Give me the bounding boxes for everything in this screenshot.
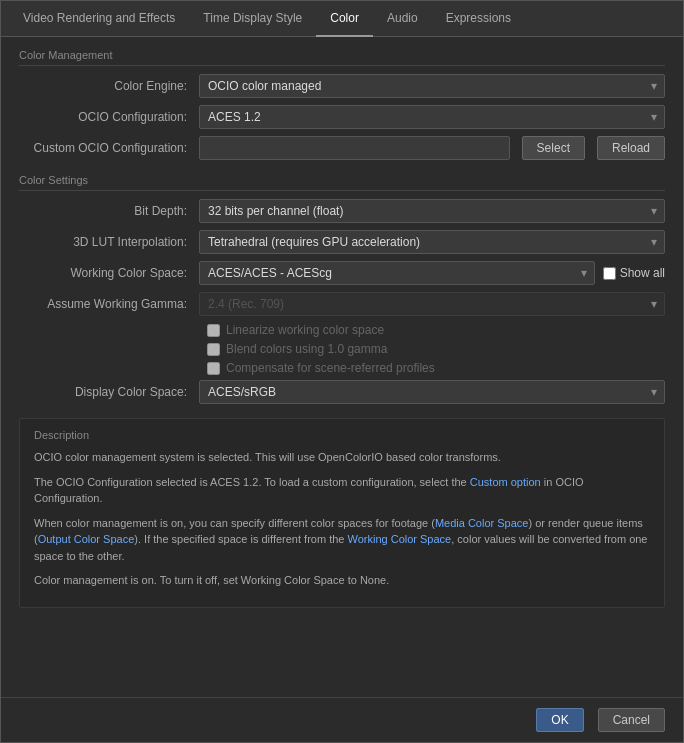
lut-dropdown[interactable]: Tetrahedral (requires GPU acceleration) — [199, 230, 665, 254]
assume-gamma-dropdown[interactable]: 2.4 (Rec. 709) — [199, 292, 665, 316]
display-cs-dropdown-wrapper: ACES/sRGB — [199, 380, 665, 404]
lut-dropdown-wrapper: Tetrahedral (requires GPU acceleration) — [199, 230, 665, 254]
description-section: Description OCIO color management system… — [19, 418, 665, 608]
working-cs-label: Working Color Space: — [19, 266, 199, 280]
ocio-config-dropdown-wrapper: ACES 1.2 — [199, 105, 665, 129]
ocio-config-label: OCIO Configuration: — [19, 110, 199, 124]
linearize-checkbox[interactable] — [207, 324, 220, 337]
bit-depth-dropdown-wrapper: 32 bits per channel (float) — [199, 199, 665, 223]
assume-gamma-dropdown-wrapper: 2.4 (Rec. 709) — [199, 292, 665, 316]
assume-gamma-label: Assume Working Gamma: — [19, 297, 199, 311]
description-para-3: When color management is on, you can spe… — [34, 515, 650, 565]
linearize-row: Linearize working color space — [19, 323, 665, 337]
lut-row: 3D LUT Interpolation: Tetrahedral (requi… — [19, 230, 665, 254]
custom-ocio-label: Custom OCIO Configuration: — [19, 141, 199, 155]
color-settings-title: Color Settings — [19, 174, 665, 191]
bit-depth-label: Bit Depth: — [19, 204, 199, 218]
tab-expressions[interactable]: Expressions — [432, 1, 525, 37]
main-content: Color Management Color Engine: OCIO colo… — [1, 37, 683, 697]
blend-label: Blend colors using 1.0 gamma — [226, 342, 387, 356]
working-cs-dropdown[interactable]: ACES/ACES - ACEScg — [199, 261, 595, 285]
reload-button[interactable]: Reload — [597, 136, 665, 160]
linearize-label: Linearize working color space — [226, 323, 384, 337]
description-para-2: The OCIO Configuration selected is ACES … — [34, 474, 650, 507]
custom-ocio-input[interactable] — [199, 136, 510, 160]
description-title: Description — [34, 429, 650, 441]
bit-depth-row: Bit Depth: 32 bits per channel (float) — [19, 199, 665, 223]
show-all-area: Show all — [603, 266, 665, 280]
ocio-config-dropdown[interactable]: ACES 1.2 — [199, 105, 665, 129]
color-management-section: Color Management Color Engine: OCIO colo… — [19, 49, 665, 160]
tab-bar: Video Rendering and Effects Time Display… — [1, 1, 683, 37]
custom-ocio-row: Custom OCIO Configuration: Select Reload — [19, 136, 665, 160]
display-cs-row: Display Color Space: ACES/sRGB — [19, 380, 665, 404]
color-engine-label: Color Engine: — [19, 79, 199, 93]
show-all-label: Show all — [620, 266, 665, 280]
compensate-checkbox[interactable] — [207, 362, 220, 375]
lut-label: 3D LUT Interpolation: — [19, 235, 199, 249]
color-settings-section: Color Settings Bit Depth: 32 bits per ch… — [19, 174, 665, 404]
tab-video-rendering[interactable]: Video Rendering and Effects — [9, 1, 189, 37]
ok-button[interactable]: OK — [536, 708, 583, 732]
display-cs-dropdown[interactable]: ACES/sRGB — [199, 380, 665, 404]
compensate-row: Compensate for scene-referred profiles — [19, 361, 665, 375]
working-cs-row: Working Color Space: ACES/ACES - ACEScg … — [19, 261, 665, 285]
custom-ocio-control: Select Reload — [199, 136, 665, 160]
color-engine-dropdown-wrapper: OCIO color managed — [199, 74, 665, 98]
working-cs-dropdown-wrapper: ACES/ACES - ACEScg — [199, 261, 595, 285]
media-color-space-highlight: Media Color Space — [435, 517, 529, 529]
color-engine-dropdown[interactable]: OCIO color managed — [199, 74, 665, 98]
tab-audio[interactable]: Audio — [373, 1, 432, 37]
compensate-label: Compensate for scene-referred profiles — [226, 361, 435, 375]
description-para-1: OCIO color management system is selected… — [34, 449, 650, 466]
working-cs-control: ACES/ACES - ACEScg Show all — [199, 261, 665, 285]
working-color-space-highlight: Working Color Space — [347, 533, 451, 545]
blend-row: Blend colors using 1.0 gamma — [19, 342, 665, 356]
dialog: Video Rendering and Effects Time Display… — [0, 0, 684, 743]
tab-color[interactable]: Color — [316, 1, 373, 37]
select-button[interactable]: Select — [522, 136, 585, 160]
display-cs-label: Display Color Space: — [19, 385, 199, 399]
bit-depth-dropdown[interactable]: 32 bits per channel (float) — [199, 199, 665, 223]
footer: OK Cancel — [1, 697, 683, 742]
color-management-title: Color Management — [19, 49, 665, 66]
color-engine-row: Color Engine: OCIO color managed — [19, 74, 665, 98]
ocio-config-row: OCIO Configuration: ACES 1.2 — [19, 105, 665, 129]
custom-option-highlight: Custom option — [470, 476, 541, 488]
assume-gamma-row: Assume Working Gamma: 2.4 (Rec. 709) — [19, 292, 665, 316]
show-all-checkbox[interactable] — [603, 267, 616, 280]
blend-checkbox[interactable] — [207, 343, 220, 356]
cancel-button[interactable]: Cancel — [598, 708, 665, 732]
output-color-space-highlight: Output Color Space — [38, 533, 135, 545]
tab-time-display[interactable]: Time Display Style — [189, 1, 316, 37]
description-para-4: Color management is on. To turn it off, … — [34, 572, 650, 589]
